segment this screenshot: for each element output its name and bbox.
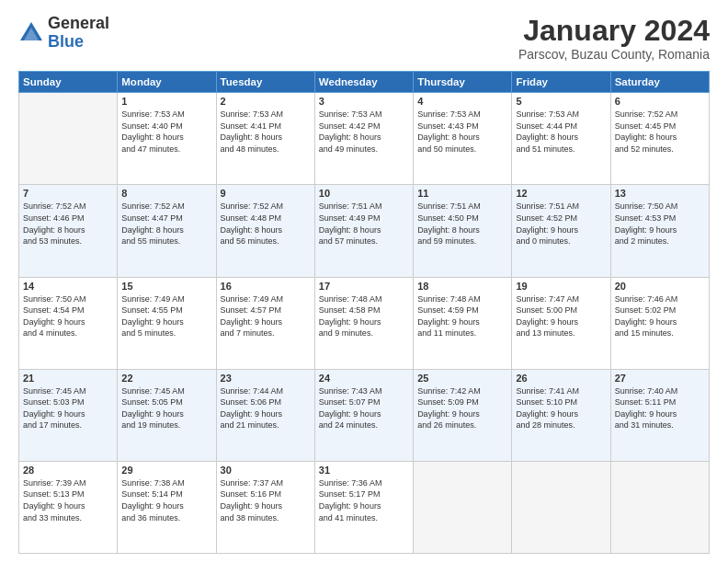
day-number: 22	[121, 373, 211, 384]
logo: General Blue	[18, 15, 109, 52]
table-row: 27Sunrise: 7:40 AMSunset: 5:11 PMDayligh…	[610, 369, 709, 461]
day-number: 12	[516, 188, 606, 199]
cell-info: Sunrise: 7:45 AMSunset: 5:03 PMDaylight:…	[23, 385, 113, 431]
table-row: 1Sunrise: 7:53 AMSunset: 4:40 PMDaylight…	[118, 93, 216, 185]
table-row	[414, 461, 512, 553]
cell-info: Sunrise: 7:45 AMSunset: 5:05 PMDaylight:…	[121, 385, 211, 431]
calendar-title: January 2024	[518, 15, 710, 47]
cell-info: Sunrise: 7:44 AMSunset: 5:06 PMDaylight:…	[221, 385, 311, 431]
col-sunday: Sunday	[19, 72, 118, 93]
table-row: 30Sunrise: 7:37 AMSunset: 5:16 PMDayligh…	[216, 461, 314, 553]
day-number: 23	[221, 373, 311, 384]
cell-info: Sunrise: 7:51 AMSunset: 4:49 PMDaylight:…	[319, 201, 409, 247]
table-row: 8Sunrise: 7:52 AMSunset: 4:47 PMDaylight…	[118, 185, 216, 277]
cell-info: Sunrise: 7:53 AMSunset: 4:42 PMDaylight:…	[319, 109, 409, 155]
cell-info: Sunrise: 7:39 AMSunset: 5:13 PMDaylight:…	[23, 477, 113, 523]
table-row: 17Sunrise: 7:48 AMSunset: 4:58 PMDayligh…	[314, 277, 413, 369]
cell-info: Sunrise: 7:49 AMSunset: 4:55 PMDaylight:…	[121, 293, 211, 339]
day-number: 10	[319, 188, 409, 199]
calendar-page: General Blue January 2024 Parscov, Buzau…	[0, 0, 728, 563]
day-number: 29	[121, 465, 211, 476]
day-number: 2	[221, 96, 311, 107]
day-number: 31	[319, 465, 409, 476]
table-row: 31Sunrise: 7:36 AMSunset: 5:17 PMDayligh…	[314, 461, 413, 553]
col-thursday: Thursday	[414, 72, 512, 93]
table-row: 10Sunrise: 7:51 AMSunset: 4:49 PMDayligh…	[314, 185, 413, 277]
cell-info: Sunrise: 7:43 AMSunset: 5:07 PMDaylight:…	[319, 385, 409, 431]
table-row: 23Sunrise: 7:44 AMSunset: 5:06 PMDayligh…	[216, 369, 314, 461]
day-number: 17	[319, 281, 409, 292]
day-number: 1	[121, 96, 211, 107]
calendar-location: Parscov, Buzau County, Romania	[518, 47, 710, 62]
calendar-row: 14Sunrise: 7:50 AMSunset: 4:54 PMDayligh…	[19, 277, 710, 369]
calendar-row: 28Sunrise: 7:39 AMSunset: 5:13 PMDayligh…	[19, 461, 710, 553]
col-saturday: Saturday	[610, 72, 709, 93]
table-row: 9Sunrise: 7:52 AMSunset: 4:48 PMDaylight…	[216, 185, 314, 277]
day-number: 16	[221, 281, 311, 292]
cell-info: Sunrise: 7:40 AMSunset: 5:11 PMDaylight:…	[615, 385, 705, 431]
title-block: January 2024 Parscov, Buzau County, Roma…	[518, 15, 710, 62]
day-number: 27	[615, 373, 705, 384]
calendar-row: 7Sunrise: 7:52 AMSunset: 4:46 PMDaylight…	[19, 185, 710, 277]
day-number: 8	[121, 188, 211, 199]
table-row: 24Sunrise: 7:43 AMSunset: 5:07 PMDayligh…	[314, 369, 413, 461]
day-number: 13	[615, 188, 705, 199]
table-row: 7Sunrise: 7:52 AMSunset: 4:46 PMDaylight…	[19, 185, 118, 277]
col-wednesday: Wednesday	[314, 72, 413, 93]
logo-blue-text: Blue	[48, 33, 109, 52]
day-number: 19	[516, 281, 606, 292]
day-number: 5	[516, 96, 606, 107]
header: General Blue January 2024 Parscov, Buzau…	[18, 15, 710, 62]
table-row: 13Sunrise: 7:50 AMSunset: 4:53 PMDayligh…	[610, 185, 709, 277]
table-row: 20Sunrise: 7:46 AMSunset: 5:02 PMDayligh…	[610, 277, 709, 369]
cell-info: Sunrise: 7:52 AMSunset: 4:48 PMDaylight:…	[221, 201, 311, 247]
cell-info: Sunrise: 7:51 AMSunset: 4:50 PMDaylight:…	[417, 201, 507, 247]
table-row: 3Sunrise: 7:53 AMSunset: 4:42 PMDaylight…	[314, 93, 413, 185]
col-tuesday: Tuesday	[216, 72, 314, 93]
table-row: 22Sunrise: 7:45 AMSunset: 5:05 PMDayligh…	[118, 369, 216, 461]
cell-info: Sunrise: 7:52 AMSunset: 4:47 PMDaylight:…	[121, 201, 211, 247]
table-row	[512, 461, 610, 553]
table-row: 6Sunrise: 7:52 AMSunset: 4:45 PMDaylight…	[610, 93, 709, 185]
cell-info: Sunrise: 7:48 AMSunset: 4:59 PMDaylight:…	[417, 293, 507, 339]
cell-info: Sunrise: 7:38 AMSunset: 5:14 PMDaylight:…	[121, 477, 211, 523]
table-row: 16Sunrise: 7:49 AMSunset: 4:57 PMDayligh…	[216, 277, 314, 369]
table-row: 26Sunrise: 7:41 AMSunset: 5:10 PMDayligh…	[512, 369, 610, 461]
day-number: 11	[417, 188, 507, 199]
cell-info: Sunrise: 7:53 AMSunset: 4:41 PMDaylight:…	[221, 109, 311, 155]
cell-info: Sunrise: 7:53 AMSunset: 4:44 PMDaylight:…	[516, 109, 606, 155]
cell-info: Sunrise: 7:46 AMSunset: 5:02 PMDaylight:…	[615, 293, 705, 339]
cell-info: Sunrise: 7:49 AMSunset: 4:57 PMDaylight:…	[221, 293, 311, 339]
day-number: 26	[516, 373, 606, 384]
table-row: 2Sunrise: 7:53 AMSunset: 4:41 PMDaylight…	[216, 93, 314, 185]
cell-info: Sunrise: 7:53 AMSunset: 4:43 PMDaylight:…	[417, 109, 507, 155]
table-row: 12Sunrise: 7:51 AMSunset: 4:52 PMDayligh…	[512, 185, 610, 277]
table-row: 19Sunrise: 7:47 AMSunset: 5:00 PMDayligh…	[512, 277, 610, 369]
day-number: 18	[417, 281, 507, 292]
day-number: 24	[319, 373, 409, 384]
logo-text: General Blue	[48, 15, 109, 52]
day-number: 14	[23, 281, 113, 292]
cell-info: Sunrise: 7:47 AMSunset: 5:00 PMDaylight:…	[516, 293, 606, 339]
table-row: 25Sunrise: 7:42 AMSunset: 5:09 PMDayligh…	[414, 369, 512, 461]
col-friday: Friday	[512, 72, 610, 93]
day-number: 7	[23, 188, 113, 199]
table-row: 29Sunrise: 7:38 AMSunset: 5:14 PMDayligh…	[118, 461, 216, 553]
logo-icon	[18, 20, 44, 46]
day-number: 30	[221, 465, 311, 476]
calendar-row: 21Sunrise: 7:45 AMSunset: 5:03 PMDayligh…	[19, 369, 710, 461]
table-row	[610, 461, 709, 553]
table-row: 21Sunrise: 7:45 AMSunset: 5:03 PMDayligh…	[19, 369, 118, 461]
table-row: 15Sunrise: 7:49 AMSunset: 4:55 PMDayligh…	[118, 277, 216, 369]
table-row: 4Sunrise: 7:53 AMSunset: 4:43 PMDaylight…	[414, 93, 512, 185]
calendar-table: Sunday Monday Tuesday Wednesday Thursday…	[18, 71, 710, 554]
cell-info: Sunrise: 7:42 AMSunset: 5:09 PMDaylight:…	[417, 385, 507, 431]
cell-info: Sunrise: 7:37 AMSunset: 5:16 PMDaylight:…	[221, 477, 311, 523]
cell-info: Sunrise: 7:51 AMSunset: 4:52 PMDaylight:…	[516, 201, 606, 247]
day-number: 28	[23, 465, 113, 476]
calendar-row: 1Sunrise: 7:53 AMSunset: 4:40 PMDaylight…	[19, 93, 710, 185]
cell-info: Sunrise: 7:36 AMSunset: 5:17 PMDaylight:…	[319, 477, 409, 523]
day-number: 20	[615, 281, 705, 292]
day-number: 9	[221, 188, 311, 199]
cell-info: Sunrise: 7:53 AMSunset: 4:40 PMDaylight:…	[121, 109, 211, 155]
